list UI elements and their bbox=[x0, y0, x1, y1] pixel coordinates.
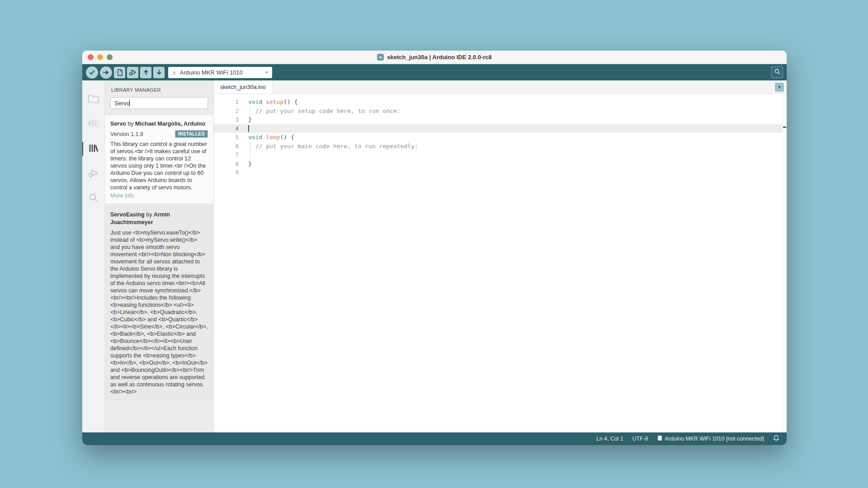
debug-button[interactable] bbox=[127, 67, 138, 78]
minimize-window-button[interactable] bbox=[97, 54, 103, 60]
line-number[interactable]: 3 bbox=[214, 115, 239, 124]
code-line[interactable]: 6 // put your main code here, to run rep… bbox=[214, 142, 787, 151]
debug-play-icon bbox=[88, 168, 99, 180]
editor-scrollbar[interactable] bbox=[783, 94, 787, 432]
code-line[interactable]: 8} bbox=[214, 160, 787, 169]
code-line[interactable]: 9 bbox=[214, 168, 787, 177]
library-title: ServoEasing by Armin Joachimsmeyer bbox=[110, 211, 208, 226]
code-token: // put your main code here, to run repea… bbox=[248, 143, 418, 150]
library-version: Version 1.1.8 bbox=[110, 131, 143, 137]
code-token: () { bbox=[280, 134, 294, 141]
code-token: loop bbox=[266, 134, 280, 141]
notifications-button[interactable] bbox=[773, 435, 779, 443]
cursor-position-mark bbox=[783, 127, 786, 128]
indent-guide bbox=[250, 142, 250, 151]
board-connection-status[interactable]: Arduino MKR WiFi 1010 [not connected] bbox=[657, 435, 764, 442]
sidebar-item-sketchbook[interactable] bbox=[82, 87, 105, 112]
line-content: void setup() { bbox=[248, 98, 298, 107]
arrow-right-icon bbox=[103, 69, 109, 76]
code-token: } bbox=[248, 160, 252, 167]
code-line[interactable]: 4 bbox=[214, 124, 787, 133]
line-number[interactable]: 5 bbox=[214, 133, 239, 142]
board-close-icon[interactable]: x bbox=[173, 69, 176, 76]
library-search-input[interactable] bbox=[110, 97, 208, 109]
upload-button[interactable] bbox=[100, 66, 112, 79]
board-selector[interactable]: x Arduino MKR WiFi 1010 ▾ bbox=[168, 67, 272, 78]
code-editor[interactable]: 1void setup() {2 // put your setup code … bbox=[214, 94, 787, 432]
code-line[interactable]: 2 // put your setup code here, to run on… bbox=[214, 107, 787, 116]
arrow-down-icon bbox=[156, 69, 162, 75]
library-description: This library can control a great number … bbox=[110, 141, 208, 191]
close-window-button[interactable] bbox=[88, 54, 94, 60]
library-entry-servoeasing[interactable]: ServoEasing by Armin Joachimsmeyer Just … bbox=[105, 206, 213, 400]
line-number[interactable]: 8 bbox=[214, 160, 239, 169]
tab-sketch-jun30a[interactable]: sketch_jun30a.ino bbox=[214, 80, 273, 94]
arduino-ide-window: ∞ sketch_jun30a | Arduino IDE 2.0.0-rc8 … bbox=[82, 51, 787, 445]
line-number[interactable]: 7 bbox=[214, 150, 239, 160]
check-icon bbox=[89, 69, 95, 76]
zoom-window-button[interactable] bbox=[107, 54, 113, 60]
encoding-status[interactable]: UTF-8 bbox=[632, 436, 648, 442]
line-content: // put your main code here, to run repea… bbox=[248, 142, 418, 151]
line-number[interactable]: 4 bbox=[214, 124, 239, 133]
document-icon bbox=[117, 69, 123, 76]
line-number[interactable]: 2 bbox=[214, 107, 239, 116]
code-token: } bbox=[248, 116, 252, 123]
sidebar-item-debug[interactable] bbox=[82, 161, 105, 186]
text-cursor bbox=[129, 99, 130, 107]
code-token: void bbox=[248, 134, 262, 141]
new-sketch-button[interactable] bbox=[114, 67, 125, 78]
library-title: Servo by Michael Margolis, Arduino bbox=[110, 120, 208, 128]
chip-icon bbox=[88, 118, 99, 131]
code-line[interactable]: 7 bbox=[214, 150, 787, 160]
code-token bbox=[262, 99, 266, 105]
library-entry-servo[interactable]: Servo by Michael Margolis, Arduino Versi… bbox=[105, 115, 213, 203]
line-content: } bbox=[248, 160, 252, 169]
indent-guide bbox=[250, 150, 250, 160]
arduino-app-icon: ∞ bbox=[377, 54, 384, 61]
code-token: setup bbox=[266, 99, 283, 105]
window-title: sketch_jun30a | Arduino IDE 2.0.0-rc8 bbox=[387, 54, 491, 61]
title-bar[interactable]: ∞ sketch_jun30a | Arduino IDE 2.0.0-rc8 bbox=[82, 51, 787, 64]
panel-title: LIBRARY MANAGER bbox=[105, 80, 213, 97]
code-token: // put your setup code here, to run once… bbox=[248, 108, 401, 114]
code-line[interactable]: 3} bbox=[214, 115, 787, 124]
window-controls bbox=[88, 54, 113, 60]
code-line[interactable]: 1void setup() { bbox=[214, 98, 787, 107]
sidebar-item-library-manager[interactable] bbox=[82, 136, 105, 161]
code-line[interactable]: 5void loop() { bbox=[214, 133, 787, 142]
serial-monitor-button[interactable] bbox=[771, 66, 783, 78]
line-number[interactable]: 9 bbox=[214, 168, 239, 177]
line-content: // put your setup code here, to run once… bbox=[248, 107, 401, 116]
cursor-position-status[interactable]: Ln 4, Col 1 bbox=[596, 436, 623, 442]
activity-bar bbox=[82, 80, 105, 432]
line-content: } bbox=[248, 115, 252, 124]
editor-caret bbox=[248, 125, 249, 132]
toolbar: x Arduino MKR WiFi 1010 ▾ bbox=[82, 64, 787, 80]
folder-icon bbox=[88, 94, 99, 105]
arrow-up-button[interactable] bbox=[140, 67, 151, 78]
books-icon bbox=[88, 143, 99, 155]
verify-button[interactable] bbox=[86, 66, 98, 79]
line-content: void loop() { bbox=[248, 133, 294, 142]
more-info-link[interactable]: More info bbox=[110, 192, 208, 199]
code-token: () { bbox=[283, 99, 297, 105]
arrow-down-button[interactable] bbox=[153, 67, 165, 78]
line-number[interactable]: 1 bbox=[214, 98, 239, 107]
library-description: Just use <b>myServo.easeTo()</b> instead… bbox=[110, 229, 208, 395]
tab-dropdown-button[interactable]: ▼ bbox=[775, 83, 784, 92]
indent-guide bbox=[250, 107, 250, 116]
bell-icon bbox=[773, 435, 779, 443]
magnifier-icon bbox=[774, 68, 781, 77]
editor-tab-bar: sketch_jun30a.ino ▼ bbox=[214, 80, 787, 94]
debug-icon bbox=[129, 69, 137, 76]
line-number[interactable]: 6 bbox=[214, 142, 239, 151]
installed-badge: INSTALLED bbox=[175, 130, 208, 138]
sidebar-item-search[interactable] bbox=[82, 186, 105, 211]
chevron-down-icon: ▾ bbox=[265, 70, 268, 75]
board-selector-value: Arduino MKR WiFi 1010 bbox=[180, 69, 243, 76]
editor-area: sketch_jun30a.ino ▼ 1void setup() {2 // … bbox=[214, 80, 787, 432]
sidebar-item-boards-manager[interactable] bbox=[82, 112, 105, 136]
search-icon bbox=[88, 192, 99, 205]
board-icon bbox=[657, 435, 662, 442]
